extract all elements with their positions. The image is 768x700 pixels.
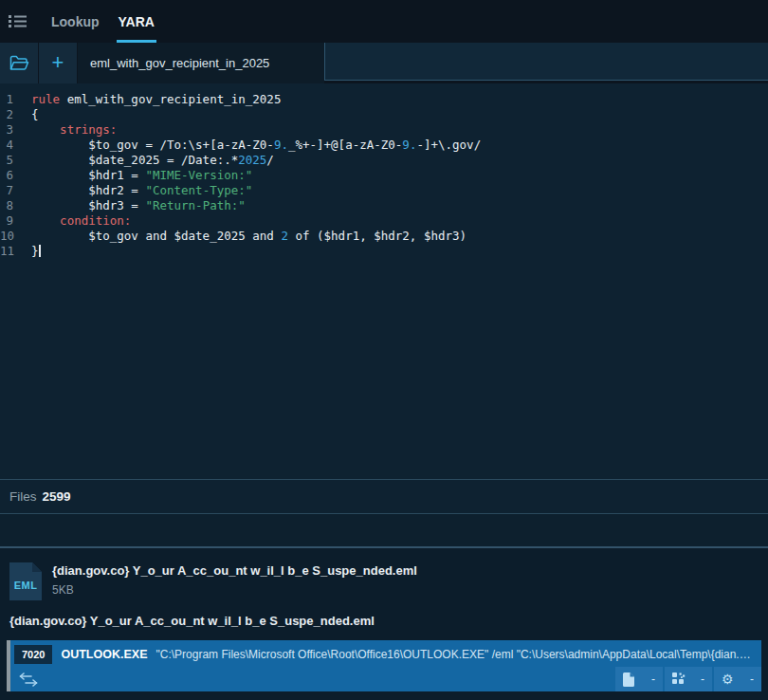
tab-yara[interactable]: YARA bbox=[117, 0, 156, 43]
code-line[interactable]: 5 $date_2025 = /Date:.*2025/ bbox=[0, 153, 768, 168]
line-number: 9 bbox=[0, 213, 31, 229]
files-indicator-button[interactable]: - bbox=[615, 667, 663, 691]
indicator-groups: - bbox=[613, 667, 761, 691]
code-text: $hdr2 = "Content-Type:" bbox=[31, 183, 252, 198]
line-number: 7 bbox=[0, 183, 31, 198]
files-label: Files bbox=[9, 489, 37, 504]
modules-icon bbox=[672, 672, 686, 686]
settings-indicator-value: - bbox=[750, 672, 754, 686]
process-name: OUTLOOK.EXE bbox=[61, 648, 147, 661]
code-text: condition: bbox=[31, 213, 131, 229]
folder-open-icon bbox=[9, 55, 29, 71]
code-line[interactable]: 3 strings: bbox=[0, 122, 768, 138]
text-cursor bbox=[39, 245, 41, 257]
line-number: 6 bbox=[0, 168, 31, 183]
line-number: 4 bbox=[0, 138, 31, 153]
line-number: 8 bbox=[0, 198, 31, 213]
files-section-header: Files 2599 bbox=[0, 479, 768, 514]
code-line[interactable]: 9 condition: bbox=[0, 213, 768, 229]
tabstrip: + eml_with_gov_recipient_in_2025 bbox=[0, 43, 768, 83]
code-line[interactable]: 2{ bbox=[0, 107, 768, 122]
code-line[interactable]: 11} bbox=[0, 244, 768, 259]
new-rule-button[interactable]: + bbox=[39, 43, 77, 83]
files-filter-row bbox=[0, 514, 768, 548]
process-row-body: 7020 OUTLOOK.EXE "C:\Program Files\Micro… bbox=[10, 640, 761, 691]
line-number: 3 bbox=[0, 122, 31, 138]
editor-tab-active[interactable]: eml_with_gov_recipient_in_2025 bbox=[78, 43, 324, 83]
code-lines: 1rule eml_with_gov_recipient_in_20252{3 … bbox=[0, 92, 768, 259]
file-results-area: EML {dian.gov.co} Y_o_ur A_cc_ou_nt w_il… bbox=[0, 548, 768, 700]
code-line[interactable]: 8 $hdr3 = "Return-Path:" bbox=[0, 198, 768, 213]
swap-arrows-icon bbox=[19, 672, 38, 687]
settings-indicator-button[interactable]: ⚙ - bbox=[714, 667, 761, 691]
tabstrip-empty-space bbox=[324, 43, 768, 81]
file-name: {dian.gov.co} Y_o_ur A_cc_ou_nt w_il_l b… bbox=[52, 563, 417, 578]
process-row[interactable]: 7020 OUTLOOK.EXE "C:\Program Files\Micro… bbox=[7, 640, 761, 691]
process-row-main: 7020 OUTLOOK.EXE "C:\Program Files\Micro… bbox=[14, 645, 761, 664]
file-info: {dian.gov.co} Y_o_ur A_cc_ou_nt w_il_l b… bbox=[52, 562, 417, 600]
code-line[interactable]: 7 $hdr2 = "Content-Type:" bbox=[0, 183, 768, 198]
process-cmdline: "C:\Program Files\Microsoft Office\Root\… bbox=[155, 648, 761, 661]
code-text: $date_2025 = /Date:.*2025/ bbox=[31, 153, 274, 168]
line-number: 11 bbox=[0, 244, 31, 259]
code-line[interactable]: 1rule eml_with_gov_recipient_in_2025 bbox=[0, 92, 768, 107]
code-line[interactable]: 4 $to_gov = /To:\s+[a-zA-Z0-9._%+-]+@[a-… bbox=[0, 138, 768, 153]
code-text: $hdr1 = "MIME-Version:" bbox=[31, 168, 252, 183]
code-line[interactable]: 10 $to_gov and $date_2025 and 2 of ($hdr… bbox=[0, 229, 768, 244]
code-text: } bbox=[31, 244, 41, 259]
files-count: 2599 bbox=[43, 489, 71, 504]
code-text: strings: bbox=[31, 122, 117, 138]
file-size: 5KB bbox=[52, 583, 417, 597]
modules-indicator-button[interactable]: - bbox=[665, 667, 712, 691]
menu-button[interactable] bbox=[0, 0, 34, 43]
code-line[interactable]: 6 $hdr1 = "MIME-Version:" bbox=[0, 168, 768, 183]
line-number: 1 bbox=[0, 92, 31, 107]
eml-file-icon: EML bbox=[9, 562, 42, 600]
code-text: $to_gov and $date_2025 and 2 of ($hdr1, … bbox=[31, 229, 466, 244]
process-pid-badge: 7020 bbox=[14, 645, 52, 664]
eml-badge-label: EML bbox=[14, 580, 38, 591]
code-text: $hdr3 = "Return-Path:" bbox=[31, 198, 246, 213]
code-text: $to_gov = /To:\s+[a-zA-Z0-9._%+-]+@[a-zA… bbox=[31, 138, 481, 153]
gear-icon: ⚙ bbox=[722, 672, 734, 686]
code-text: rule eml_with_gov_recipient_in_2025 bbox=[31, 92, 281, 107]
file-group-title[interactable]: {dian.gov.co} Y_o_ur A_cc_ou_nt w_il_l b… bbox=[9, 614, 768, 628]
yara-app-window: Lookup YARA + eml_with_gov_recipient_in_… bbox=[0, 0, 768, 700]
open-rule-button[interactable] bbox=[0, 43, 38, 83]
process-row-footer: - bbox=[10, 667, 761, 691]
line-number: 5 bbox=[0, 153, 31, 168]
line-number: 10 bbox=[0, 229, 31, 244]
yara-code-editor[interactable]: 1rule eml_with_gov_recipient_in_20252{3 … bbox=[0, 83, 768, 479]
file-icon bbox=[623, 672, 634, 687]
file-card[interactable]: EML {dian.gov.co} Y_o_ur A_cc_ou_nt w_il… bbox=[9, 562, 768, 600]
files-indicator-value: - bbox=[651, 672, 655, 686]
line-number: 2 bbox=[0, 107, 31, 122]
modules-indicator-value: - bbox=[701, 672, 704, 686]
list-icon bbox=[9, 14, 27, 28]
code-text: { bbox=[31, 107, 39, 122]
tab-lookup[interactable]: Lookup bbox=[49, 0, 101, 43]
topbar: Lookup YARA bbox=[0, 0, 768, 43]
